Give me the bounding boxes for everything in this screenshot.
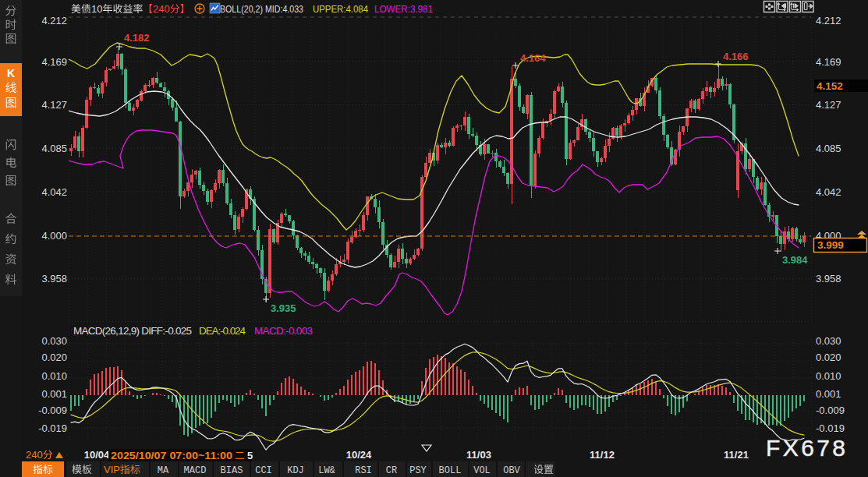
svg-text:-0.019: -0.019 <box>38 422 67 434</box>
svg-text:4.152: 4.152 <box>817 80 843 92</box>
svg-text:FX678: FX678 <box>766 435 848 461</box>
svg-text:0.030: 0.030 <box>816 335 841 347</box>
svg-text:3.958: 3.958 <box>41 273 67 284</box>
svg-text:240: 240 <box>26 449 43 461</box>
svg-text:10: 10 <box>91 3 102 15</box>
svg-text:K: K <box>7 67 15 80</box>
svg-text:MA: MA <box>158 465 169 476</box>
svg-text:BIAS: BIAS <box>221 465 243 476</box>
svg-text:UPPER:4.084: UPPER:4.084 <box>313 3 368 15</box>
svg-text:0.001: 0.001 <box>41 388 67 400</box>
svg-text:4.212: 4.212 <box>816 15 841 26</box>
svg-text:3.999: 3.999 <box>817 239 844 251</box>
svg-text:240: 240 <box>153 3 170 15</box>
svg-text:4.212: 4.212 <box>41 15 67 26</box>
svg-text:CR: CR <box>386 465 397 476</box>
svg-text:11/21: 11/21 <box>724 449 749 461</box>
svg-text:VIP: VIP <box>104 464 120 475</box>
svg-text:0.001: 0.001 <box>816 388 841 400</box>
svg-text:PSY: PSY <box>409 465 427 476</box>
svg-text:4.169: 4.169 <box>816 56 841 68</box>
svg-text:LOWER:3.981: LOWER:3.981 <box>374 3 433 15</box>
svg-text:BOLL: BOLL <box>439 465 462 476</box>
svg-text:MACD: MACD <box>184 465 207 476</box>
svg-text:-0.019: -0.019 <box>816 422 845 434</box>
svg-text:VOL: VOL <box>473 465 491 476</box>
svg-text:OBV: OBV <box>503 465 520 476</box>
svg-text:0.020: 0.020 <box>816 352 841 363</box>
svg-text:4.127: 4.127 <box>41 99 67 111</box>
svg-text:3.935: 3.935 <box>271 302 296 314</box>
svg-text:5: 5 <box>247 450 253 461</box>
svg-text:0.020: 0.020 <box>41 352 67 363</box>
svg-text:10/24: 10/24 <box>346 449 372 461</box>
svg-text:4.042: 4.042 <box>816 186 841 198</box>
svg-text:4.166: 4.166 <box>723 51 749 62</box>
svg-text:LW&: LW& <box>318 465 335 476</box>
svg-text:11/03: 11/03 <box>466 449 491 461</box>
svg-text:3.958: 3.958 <box>816 273 841 284</box>
svg-text:4.085: 4.085 <box>41 143 67 154</box>
svg-text:-0.009: -0.009 <box>38 405 67 416</box>
svg-text:10/04: 10/04 <box>84 449 110 461</box>
svg-text:0.010: 0.010 <box>816 370 841 382</box>
svg-text:2025/10/07 07:00~11:00: 2025/10/07 07:00~11:00 <box>111 450 232 461</box>
svg-text:DEA:-0.024: DEA:-0.024 <box>199 325 246 337</box>
svg-text:4.042: 4.042 <box>41 186 67 198</box>
svg-text:BOLL(20,2) MID:4.033: BOLL(20,2) MID:4.033 <box>220 3 303 15</box>
svg-text:0.010: 0.010 <box>41 370 67 382</box>
svg-text:MACD:-0.003: MACD:-0.003 <box>254 325 313 337</box>
svg-text:4.164: 4.164 <box>520 52 546 64</box>
svg-text:4.127: 4.127 <box>816 99 841 111</box>
svg-text:RSI: RSI <box>355 465 372 476</box>
svg-text:11/12: 11/12 <box>590 449 615 461</box>
svg-text:4.085: 4.085 <box>816 143 841 154</box>
svg-text:4.000: 4.000 <box>41 230 67 242</box>
svg-text:4.182: 4.182 <box>124 32 150 44</box>
svg-text:MACD(26,12,9) DIFF:-0.025: MACD(26,12,9) DIFF:-0.025 <box>73 325 192 337</box>
svg-text:-0.009: -0.009 <box>816 405 845 416</box>
svg-text:CCI: CCI <box>255 465 272 476</box>
svg-text:KDJ: KDJ <box>287 465 304 476</box>
svg-text:3.984: 3.984 <box>782 254 808 266</box>
svg-text:4.169: 4.169 <box>41 56 67 68</box>
svg-text:0.030: 0.030 <box>41 335 67 347</box>
